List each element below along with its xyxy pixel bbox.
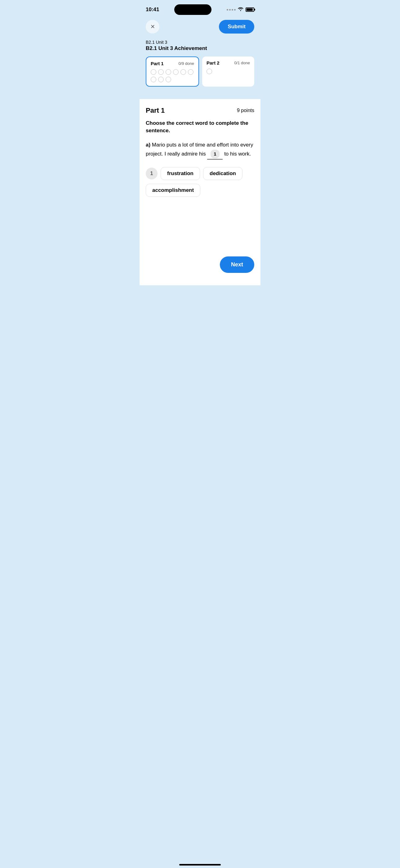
signal-dot-4 <box>234 9 236 10</box>
part2-header: Part 2 0/1 done <box>206 60 250 65</box>
top-nav: ✕ Submit <box>139 18 261 38</box>
dynamic-island <box>174 4 211 15</box>
section-title: Part 1 <box>146 106 165 115</box>
circle-8 <box>158 77 164 82</box>
option-dedication[interactable]: dedication <box>203 167 242 180</box>
status-icons <box>227 7 254 12</box>
part2-circles <box>206 69 250 74</box>
status-bar: 10:41 <box>139 0 261 18</box>
section-points: 9 points <box>237 108 254 113</box>
part2-card[interactable]: Part 2 0/1 done <box>202 57 254 87</box>
signal-dot-3 <box>232 9 233 10</box>
circle-3 <box>166 69 171 75</box>
battery-fill <box>246 8 253 11</box>
word-options: 1 frustration dedication accomplishment <box>146 167 254 197</box>
option-frustration[interactable]: frustration <box>161 167 200 180</box>
part1-label: Part 1 <box>151 61 164 66</box>
close-button[interactable]: ✕ <box>146 20 159 34</box>
question-text: a) Mario puts a lot of time and effort i… <box>146 141 254 160</box>
circle-5 <box>180 69 186 75</box>
signal-dot-1 <box>227 9 228 10</box>
circle-2 <box>158 69 164 75</box>
section-header: Part 1 9 points <box>146 106 254 115</box>
circle-1 <box>151 69 156 75</box>
blank-number: 1 <box>210 150 219 158</box>
part2-label: Part 2 <box>206 60 220 65</box>
option-accomplishment[interactable]: accomplishment <box>146 184 200 197</box>
circle-9 <box>166 77 171 82</box>
close-icon: ✕ <box>151 23 155 30</box>
part1-progress: 0/9 done <box>178 61 194 66</box>
options-row-1: 1 frustration dedication <box>146 167 254 180</box>
battery-icon <box>245 7 254 12</box>
part1-circles <box>151 69 194 82</box>
section-spacer <box>139 93 261 99</box>
unit-title-section: B2.1 Unit 3 B2.1 Unit 3 Achievement <box>139 38 261 57</box>
blank-box: 1 <box>207 149 223 160</box>
part2-circle-1 <box>206 69 212 74</box>
circle-6 <box>188 69 194 75</box>
unit-main-title: B2.1 Unit 3 Achievement <box>146 45 254 52</box>
unit-subtitle: B2.1 Unit 3 <box>146 40 254 45</box>
question-body-end: to his work. <box>223 151 251 157</box>
instruction-text: Choose the correct word to complete the … <box>146 120 254 134</box>
option-number-1: 1 <box>146 168 158 180</box>
circle-7 <box>151 77 156 82</box>
next-button[interactable]: Next <box>220 256 254 273</box>
signal-dot-2 <box>229 9 231 10</box>
part1-header: Part 1 0/9 done <box>151 61 194 66</box>
status-time: 10:41 <box>146 6 159 13</box>
main-content: Part 1 9 points Choose the correct word … <box>139 99 261 285</box>
parts-container: Part 1 0/9 done Part 2 0/1 done <box>139 57 261 93</box>
question-label: a) <box>146 142 151 148</box>
submit-button[interactable]: Submit <box>219 20 254 34</box>
part2-progress: 0/1 done <box>234 61 250 65</box>
wifi-icon <box>237 7 244 12</box>
circle-4 <box>173 69 178 75</box>
options-row-2: accomplishment <box>146 184 254 197</box>
part1-card[interactable]: Part 1 0/9 done <box>146 57 199 87</box>
signal-dots <box>227 9 236 10</box>
